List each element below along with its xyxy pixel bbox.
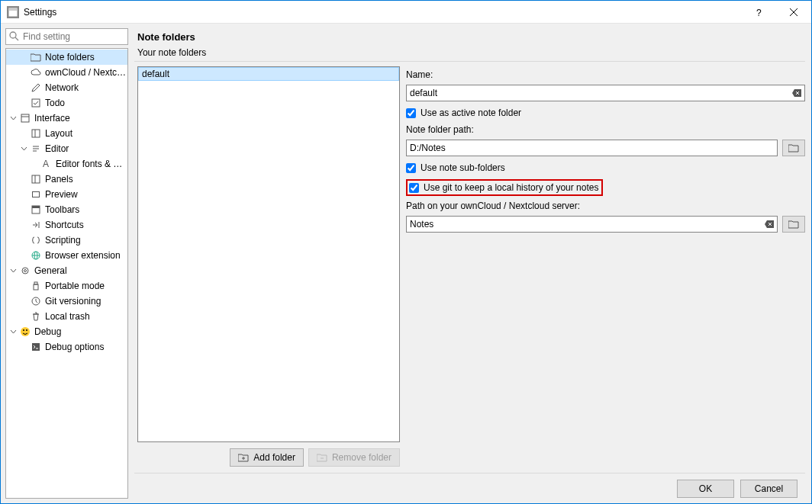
tree-twisty[interactable] xyxy=(8,265,18,276)
clock-icon xyxy=(30,295,42,307)
tree-item-layout[interactable]: Layout xyxy=(6,126,127,141)
terminal-icon xyxy=(30,341,42,353)
tree-item-todo[interactable]: Todo xyxy=(6,95,127,111)
tree-item-debug-opts[interactable]: Debug options xyxy=(6,339,127,355)
gear-icon xyxy=(19,265,31,277)
clear-icon[interactable] xyxy=(791,88,802,98)
svg-point-32 xyxy=(26,329,27,331)
tree-item-shortcuts[interactable]: Shortcuts xyxy=(6,217,127,233)
dialog-footer: OK Cancel xyxy=(134,473,805,503)
settings-tree[interactable]: Note foldersownCloud / Nextcl…NetworkTod… xyxy=(5,48,128,499)
panel-icon xyxy=(30,173,42,185)
folder-icon xyxy=(788,220,799,229)
globe-icon xyxy=(30,249,42,262)
tree-item-panels[interactable]: Panels xyxy=(6,172,127,187)
tree-item-label: Git versioning xyxy=(45,296,101,307)
svg-rect-7 xyxy=(32,99,40,107)
tree-item-label: Shortcuts xyxy=(45,220,84,230)
tree-item-network[interactable]: Network xyxy=(6,80,127,95)
tree-item-browser-ext[interactable]: Browser extension xyxy=(6,248,127,263)
help-button[interactable]: ? xyxy=(741,1,776,24)
tree-item-label: Panels xyxy=(45,174,73,185)
svg-rect-16 xyxy=(32,175,40,183)
name-label: Name: xyxy=(406,69,805,80)
path-input[interactable] xyxy=(406,140,778,156)
cloud-icon xyxy=(30,66,42,79)
tree-twisty xyxy=(18,98,29,108)
tree-item-label: Debug xyxy=(34,326,61,337)
tree-twisty xyxy=(18,250,29,261)
tree-item-label: Scripting xyxy=(45,235,81,246)
svg-point-31 xyxy=(23,329,24,331)
tree-item-git[interactable]: Git versioning xyxy=(6,294,127,309)
add-folder-label: Add folder xyxy=(253,452,295,463)
ok-button[interactable]: OK xyxy=(677,480,734,498)
page-title: Note folders xyxy=(134,28,805,47)
add-folder-button[interactable]: Add folder xyxy=(230,448,304,467)
use-git-checkbox[interactable]: Use git to keep a local history of your … xyxy=(409,182,598,193)
preview-icon xyxy=(30,188,42,201)
close-button[interactable] xyxy=(776,1,811,24)
cancel-button[interactable]: Cancel xyxy=(740,480,798,498)
tree-item-preview[interactable]: Preview xyxy=(6,187,127,202)
tree-item-label: Browser extension xyxy=(45,250,121,261)
search-input[interactable] xyxy=(5,28,128,45)
tree-twisty[interactable] xyxy=(18,143,29,154)
browse-path-button[interactable] xyxy=(782,140,805,156)
tree-item-fonts[interactable]: AEditor fonts & … xyxy=(6,156,127,172)
font-icon: A xyxy=(40,158,53,170)
tree-item-interface[interactable]: Interface xyxy=(6,111,127,126)
folder-listbox[interactable]: default xyxy=(137,66,400,442)
path-label: Note folder path: xyxy=(406,124,805,135)
server-path-input[interactable] xyxy=(406,216,778,233)
tree-twisty xyxy=(18,67,29,78)
tree-item-portable[interactable]: Portable mode xyxy=(6,278,127,294)
tree-twisty xyxy=(18,204,29,215)
name-input[interactable] xyxy=(406,85,805,101)
folder-list-item[interactable]: default xyxy=(138,67,399,81)
tree-item-label: General xyxy=(34,265,67,276)
use-subfolders-label: Use note sub-folders xyxy=(420,162,505,173)
todo-icon xyxy=(30,97,42,109)
svg-line-6 xyxy=(15,37,18,40)
smile-icon xyxy=(19,326,31,338)
tree-item-label: Debug options xyxy=(45,342,104,352)
tree-twisty[interactable] xyxy=(8,113,18,124)
use-subfolders-checkbox[interactable]: Use note sub-folders xyxy=(406,161,805,175)
tree-item-editor[interactable]: Editor xyxy=(6,141,127,156)
tree-item-debug[interactable]: Debug xyxy=(6,324,127,339)
tree-item-scripting[interactable]: Scripting xyxy=(6,233,127,248)
use-active-checkbox[interactable]: Use as active note folder xyxy=(406,106,805,120)
browse-server-button[interactable] xyxy=(782,216,805,233)
tree-item-general[interactable]: General xyxy=(6,263,127,278)
remove-folder-label: Remove folder xyxy=(332,452,392,463)
tree-item-label: Note folders xyxy=(45,52,95,63)
tree-item-note-folders[interactable]: Note folders xyxy=(6,50,127,65)
script-icon xyxy=(30,234,42,246)
tree-item-label: Editor fonts & … xyxy=(56,159,122,169)
search-icon xyxy=(8,30,19,41)
tree-item-toolbars[interactable]: Toolbars xyxy=(6,202,127,217)
tree-item-label: Local trash xyxy=(45,311,90,322)
title-bar: Settings ? xyxy=(1,1,811,24)
server-path-label: Path on your ownCloud / Nextcloud server… xyxy=(406,201,805,211)
svg-text:?: ? xyxy=(756,8,762,18)
svg-point-26 xyxy=(24,270,27,272)
tree-item-owncloud[interactable]: ownCloud / Nextcl… xyxy=(6,65,127,80)
tree-twisty xyxy=(18,296,29,307)
tree-item-label: Layout xyxy=(45,128,72,139)
tree-twisty xyxy=(29,159,40,169)
tree-item-trash[interactable]: Local trash xyxy=(6,309,127,324)
tree-item-label: ownCloud / Nextcl… xyxy=(45,67,127,78)
clear-icon[interactable] xyxy=(764,219,775,230)
svg-point-5 xyxy=(10,32,16,38)
tree-item-label: Todo xyxy=(45,98,65,108)
tree-twisty xyxy=(18,311,29,322)
tree-twisty[interactable] xyxy=(8,326,18,337)
tree-item-label: Interface xyxy=(34,113,70,124)
svg-rect-10 xyxy=(32,130,40,137)
tree-twisty xyxy=(18,235,29,246)
app-icon xyxy=(7,6,19,18)
tree-twisty xyxy=(18,342,29,352)
remove-folder-button: Remove folder xyxy=(308,448,400,467)
